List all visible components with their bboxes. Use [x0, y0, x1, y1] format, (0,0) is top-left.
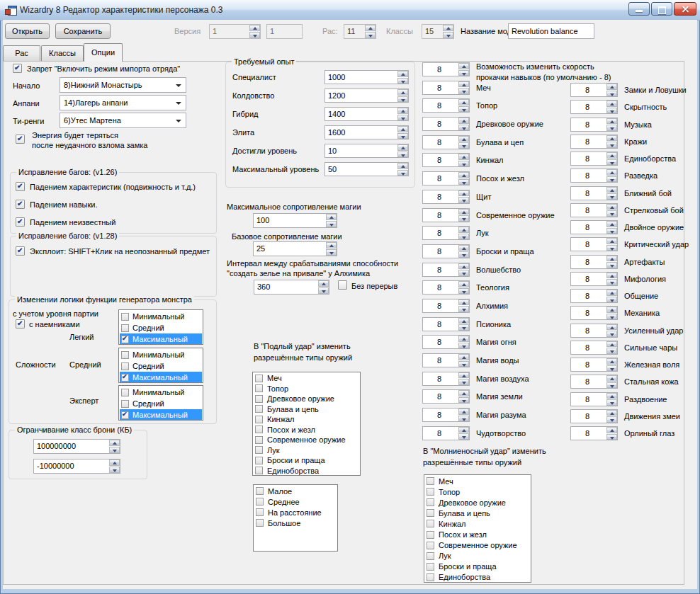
spin-down-button[interactable] [397, 78, 408, 84]
skill-value-stepper[interactable]: 8 [422, 317, 470, 331]
skill-value-stepper[interactable]: 8 [422, 389, 470, 404]
weapon-type-item[interactable]: Броски и праща [255, 455, 360, 466]
skill-value-stepper[interactable]: 8 [570, 358, 618, 372]
anpani-combobox[interactable]: 14)Лагерь анпани [60, 95, 186, 110]
spin-up-button[interactable] [458, 372, 469, 379]
skill-value-stepper[interactable]: 8 [570, 255, 618, 269]
skill-value[interactable]: 8 [423, 227, 458, 239]
exp-value[interactable]: 10 [325, 144, 397, 157]
skill-value-stepper[interactable]: 8 [570, 186, 618, 200]
skill-value-stepper[interactable]: 8 [570, 392, 618, 406]
skill-value-stepper[interactable]: 8 [422, 372, 470, 386]
checkbox[interactable] [256, 519, 264, 527]
weapon-type-item[interactable]: Посох и жезл [255, 425, 360, 435]
bugfix-checkbox-label[interactable]: Падением характеристик (подвижность и т.… [30, 183, 196, 192]
skill-value-stepper[interactable]: 8 [422, 117, 470, 131]
spin-down-button[interactable] [606, 297, 617, 303]
spin-up-button[interactable] [365, 25, 376, 31]
difficulty-option[interactable]: Минимальный [120, 387, 202, 398]
skill-value-stepper[interactable]: 8 [570, 272, 618, 286]
skill-value-stepper[interactable]: 8 [570, 341, 618, 355]
spin-down-button[interactable] [458, 343, 469, 349]
checkbox[interactable] [255, 375, 263, 382]
checkbox[interactable] [255, 446, 263, 454]
skill-value[interactable]: 8 [423, 63, 458, 76]
open-button[interactable]: Открыть [5, 23, 50, 39]
spin-down-button[interactable] [249, 32, 260, 38]
spin-up-button[interactable] [318, 280, 329, 287]
checkbox[interactable] [121, 351, 129, 359]
skill-value-stepper[interactable]: 8 [570, 100, 618, 114]
spin-up-button[interactable] [397, 126, 408, 132]
spin-down-button[interactable] [606, 159, 617, 166]
checkbox[interactable] [121, 324, 129, 332]
spin-down-button[interactable] [458, 379, 469, 385]
weapon-size-listbox[interactable]: Малое Среднее На расстояние Большое [253, 484, 338, 552]
tab-ras[interactable]: Рас [3, 45, 40, 62]
spin-down-button[interactable] [458, 70, 469, 76]
exp-value-stepper[interactable]: 1600 [324, 125, 409, 139]
checkbox[interactable] [427, 542, 434, 549]
skill-value[interactable]: 8 [423, 299, 458, 312]
skill-value-stepper[interactable]: 8 [570, 220, 618, 234]
spin-down-button[interactable] [326, 249, 337, 256]
spin-up-button[interactable] [458, 318, 469, 324]
weapon-type-item[interactable]: Булава и цепь [427, 508, 531, 518]
exp-value[interactable]: 1600 [325, 126, 397, 139]
checkbox[interactable] [121, 336, 129, 343]
skill-value[interactable]: 8 [571, 256, 606, 268]
spin-down-button[interactable] [606, 142, 617, 148]
difficulty-easy-listbox[interactable]: Минимальный Средний Максимальный [118, 309, 203, 345]
skill-value[interactable]: 8 [423, 390, 458, 403]
maximize-button[interactable] [651, 2, 672, 16]
spin-down-button[interactable] [109, 467, 120, 473]
skill-value[interactable]: 8 [423, 172, 458, 185]
checkbox[interactable] [255, 457, 263, 464]
mod-name-input[interactable] [508, 23, 594, 39]
spin-down-button[interactable] [458, 288, 469, 295]
skill-value-stepper[interactable]: 8 [570, 324, 618, 338]
skill-value-stepper[interactable]: 8 [570, 306, 618, 320]
version-minor-field[interactable]: 1 [266, 24, 303, 39]
checkbox[interactable] [427, 573, 434, 581]
checkbox[interactable] [255, 395, 263, 403]
skill-value-stepper[interactable]: 8 [422, 244, 470, 258]
lightning-strike-weapons-listbox[interactable]: Меч Топор Древковое оружие Булава и цепь… [424, 474, 531, 583]
skill-value[interactable]: 8 [571, 307, 606, 319]
weapon-type-item[interactable]: Броски и праща [427, 561, 531, 572]
skill-value[interactable]: 8 [423, 409, 458, 421]
spin-down-button[interactable] [458, 324, 469, 331]
spin-up-button[interactable] [606, 152, 617, 159]
difficulty-expert-listbox[interactable]: Минимальный Средний Максимальный [118, 385, 203, 421]
spin-up-button[interactable] [109, 459, 120, 466]
weapon-type-item[interactable]: Древковое оружие [255, 394, 360, 404]
difficulty-option[interactable]: Максимальный [120, 409, 202, 421]
skill-value[interactable]: 8 [423, 99, 458, 112]
spin-down-button[interactable] [397, 96, 408, 103]
mercenaries-checkbox-label[interactable]: с наемниками [29, 320, 80, 329]
spin-down-button[interactable] [458, 179, 469, 185]
weapon-type-item[interactable]: Кинжал [427, 518, 531, 529]
skill-value-stepper[interactable]: 8 [422, 299, 470, 313]
skill-value[interactable]: 8 [423, 190, 458, 203]
checkbox[interactable] [427, 531, 434, 539]
weapon-type-item[interactable]: Древковое оружие [427, 497, 531, 508]
skill-value-stepper[interactable]: 8 [422, 208, 470, 222]
checkbox[interactable] [427, 563, 434, 571]
tab-classes[interactable]: Классы [41, 45, 84, 62]
skill-value[interactable]: 8 [571, 410, 606, 423]
skill-value-stepper[interactable]: 8 [422, 98, 470, 113]
spin-down-button[interactable] [397, 152, 408, 158]
skill-value[interactable]: 8 [571, 341, 606, 354]
skill-value[interactable]: 8 [423, 154, 458, 166]
skill-value[interactable]: 8 [423, 81, 458, 94]
difficulty-option[interactable]: Средний [120, 322, 202, 333]
spin-down-button[interactable] [606, 176, 617, 183]
skill-value[interactable]: 8 [571, 358, 606, 371]
skill-value[interactable]: 8 [571, 169, 606, 182]
skill-value-stepper[interactable]: 8 [570, 426, 618, 440]
base-resist-value[interactable]: 25 [254, 242, 325, 256]
checkbox[interactable] [121, 362, 129, 370]
difficulty-option[interactable]: Максимальный [120, 333, 202, 345]
spin-up-button[interactable] [606, 393, 617, 399]
